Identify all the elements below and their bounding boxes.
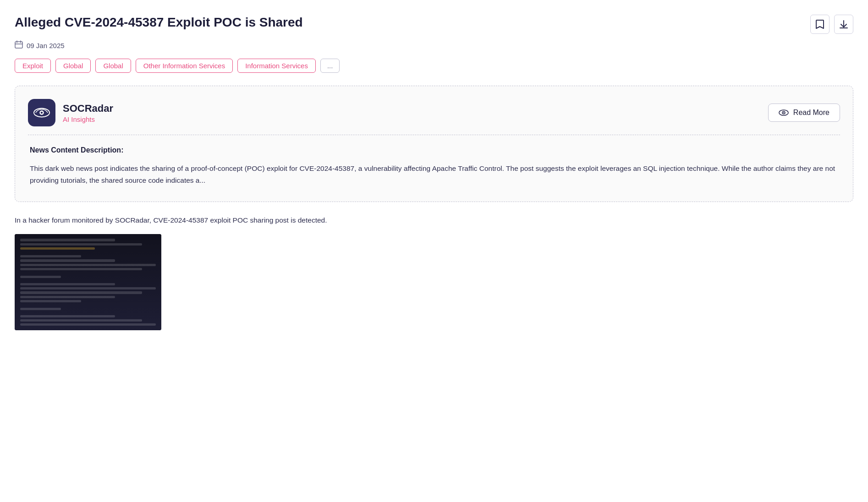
header-row: Alleged CVE-2024-45387 Exploit POC is Sh… [15, 15, 853, 34]
bookmark-button[interactable] [810, 15, 830, 34]
tag-exploit[interactable]: Exploit [15, 59, 51, 73]
code-line-17 [20, 323, 156, 326]
insight-header: SOCRadar AI Insights Read More [28, 99, 840, 126]
tag-global-2[interactable]: Global [95, 59, 131, 73]
svg-rect-0 [15, 42, 22, 48]
header-actions [810, 15, 853, 34]
code-line-2 [20, 243, 142, 246]
insight-body: News Content Description: This dark web … [28, 146, 840, 187]
tag-info-services[interactable]: Information Services [237, 59, 316, 73]
bookmark-icon [815, 19, 824, 29]
date-row: 09 Jan 2025 [15, 40, 853, 50]
read-more-eye-icon [779, 109, 789, 116]
code-line-7 [20, 268, 142, 270]
download-button[interactable] [834, 15, 853, 34]
read-more-label: Read More [793, 109, 830, 117]
intro-text: In a hacker forum monitored by SOCRadar,… [15, 215, 853, 226]
date-text: 09 Jan 2025 [27, 42, 65, 49]
code-line-1 [20, 239, 115, 241]
screenshot-content [15, 234, 161, 330]
code-line-4 [20, 255, 81, 257]
page-title: Alleged CVE-2024-45387 Exploit POC is Sh… [15, 15, 799, 30]
exploit-screenshot [15, 234, 161, 330]
section-label: News Content Description: [30, 146, 838, 154]
brand-name: SOCRadar [63, 103, 113, 115]
calendar-icon [15, 40, 23, 50]
code-line-12 [20, 296, 115, 298]
svg-point-3 [41, 112, 43, 114]
tag-global-1[interactable]: Global [55, 59, 91, 73]
code-line-5 [20, 259, 115, 262]
insight-brand: SOCRadar AI Insights [28, 99, 113, 126]
brand-info: SOCRadar AI Insights [63, 103, 113, 123]
code-line-14 [20, 308, 61, 310]
code-line-9 [20, 283, 115, 285]
code-line-6 [20, 264, 156, 266]
code-line-10 [20, 287, 156, 289]
code-line-13 [20, 300, 81, 302]
tag-other-info[interactable]: Other Information Services [136, 59, 233, 73]
code-line-8 [20, 276, 61, 278]
insight-card: SOCRadar AI Insights Read More News Cont… [15, 86, 853, 202]
download-icon [839, 20, 848, 29]
tag-more[interactable]: ... [320, 59, 340, 73]
svg-point-6 [783, 112, 784, 113]
code-line-11 [20, 291, 142, 294]
body-section: In a hacker forum monitored by SOCRadar,… [15, 215, 853, 331]
code-line-3 [20, 247, 95, 250]
code-line-15 [20, 315, 115, 317]
code-line-16 [20, 319, 142, 322]
read-more-button[interactable]: Read More [768, 104, 840, 122]
insight-divider [28, 135, 840, 135]
brand-sub: AI Insights [63, 115, 113, 123]
description-text: This dark web news post indicates the sh… [30, 163, 838, 187]
brand-logo [28, 99, 55, 126]
tags-row: Exploit Global Global Other Information … [15, 59, 853, 73]
socradar-logo-icon [33, 104, 50, 121]
